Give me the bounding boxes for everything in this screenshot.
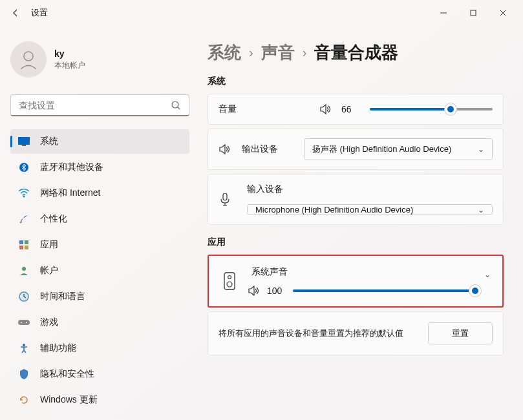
input-device-card: 输入设备 Microphone (High Definition Audio D… <box>208 174 504 225</box>
speaker-icon[interactable] <box>248 286 261 296</box>
svg-rect-5 <box>18 137 30 145</box>
svg-point-19 <box>23 344 25 346</box>
search-field[interactable] <box>19 100 171 110</box>
nav-label: 时间和语言 <box>40 291 85 302</box>
nav-network[interactable]: 网络和 Internet <box>10 181 189 205</box>
bluetooth-icon <box>18 162 30 173</box>
nav-label: 系统 <box>40 136 58 147</box>
nav-apps[interactable]: 应用 <box>10 233 189 257</box>
svg-point-8 <box>23 196 25 198</box>
input-device-dropdown[interactable]: Microphone (High Definition Audio Device… <box>247 204 493 215</box>
maximize-icon <box>469 9 477 17</box>
sidebar: ky 本地帐户 系统 蓝牙和其他设备 网络和 In <box>0 26 197 420</box>
main-content: 系统 › 声音 › 音量合成器 系统 音量 66 <box>197 26 523 420</box>
chevron-right-icon: › <box>303 45 307 60</box>
svg-rect-6 <box>22 145 26 146</box>
chevron-down-icon[interactable]: ⌄ <box>484 270 491 279</box>
person-icon <box>17 48 40 71</box>
shield-icon <box>18 368 30 380</box>
svg-point-3 <box>172 101 178 108</box>
svg-point-22 <box>228 276 231 279</box>
close-button[interactable] <box>488 3 518 23</box>
nav-label: 帐户 <box>40 265 58 277</box>
update-icon <box>18 394 30 406</box>
svg-rect-10 <box>25 240 28 244</box>
close-icon <box>499 9 507 17</box>
wifi-icon <box>18 187 30 199</box>
reset-card: 将所有应用的声音设备和音量重置为推荐的默认值 重置 <box>208 311 504 355</box>
nav-label: 蓝牙和其他设备 <box>40 162 103 173</box>
account-icon <box>18 265 30 277</box>
nav-accounts[interactable]: 帐户 <box>10 258 189 283</box>
maximize-button[interactable] <box>458 3 488 23</box>
input-device-label: 输入设备 <box>247 184 493 195</box>
output-device-card: 输出设备 扬声器 (High Definition Audio Device) … <box>208 129 504 170</box>
input-device-selected: Microphone (High Definition Audio Device… <box>255 205 473 215</box>
output-device-selected: 扬声器 (High Definition Audio Device) <box>312 143 473 155</box>
system-sounds-icon <box>220 268 239 294</box>
svg-line-4 <box>178 107 180 109</box>
game-icon <box>18 317 30 328</box>
apps-icon <box>18 239 30 251</box>
nav-bluetooth[interactable]: 蓝牙和其他设备 <box>10 155 189 180</box>
breadcrumb: 系统 › 声音 › 音量合成器 <box>208 41 504 64</box>
display-icon <box>18 136 30 147</box>
svg-rect-16 <box>18 320 30 325</box>
breadcrumb-system[interactable]: 系统 <box>208 41 241 64</box>
back-button[interactable] <box>5 3 26 23</box>
arrow-left-icon <box>10 8 21 18</box>
svg-point-2 <box>24 52 33 61</box>
master-volume-card: 音量 66 <box>208 94 504 125</box>
search-input[interactable] <box>10 94 189 116</box>
accessibility-icon <box>18 342 30 354</box>
svg-point-23 <box>227 282 232 287</box>
volume-value: 66 <box>341 104 361 114</box>
system-sounds-slider[interactable] <box>293 289 475 292</box>
output-device-label: 输出设备 <box>242 143 294 155</box>
reset-button-label: 重置 <box>452 328 469 339</box>
chevron-right-icon: › <box>249 45 253 60</box>
reset-button[interactable]: 重置 <box>428 322 493 344</box>
clock-icon <box>18 291 30 302</box>
nav-privacy[interactable]: 隐私和安全性 <box>10 362 189 386</box>
speaker-icon[interactable] <box>319 104 332 114</box>
svg-point-18 <box>26 322 27 323</box>
system-sounds-label: 系统声音 <box>251 266 475 278</box>
volume-label: 音量 <box>219 103 270 115</box>
breadcrumb-current: 音量合成器 <box>314 41 398 64</box>
volume-slider[interactable] <box>370 108 493 110</box>
nav-system[interactable]: 系统 <box>10 129 189 154</box>
breadcrumb-sound[interactable]: 声音 <box>261 41 295 64</box>
system-sounds-card: 系统声音 100 ⌄ <box>208 255 504 308</box>
nav-windows-update[interactable]: Windows 更新 <box>10 388 189 412</box>
svg-rect-1 <box>471 10 476 16</box>
nav-label: 游戏 <box>40 317 58 328</box>
nav-label: 应用 <box>40 239 58 251</box>
reset-description: 将所有应用的声音设备和音量重置为推荐的默认值 <box>219 327 419 340</box>
output-device-dropdown[interactable]: 扬声器 (High Definition Audio Device) ⌄ <box>304 138 493 160</box>
system-section-label: 系统 <box>208 76 504 87</box>
nav-time-language[interactable]: 时间和语言 <box>10 284 189 309</box>
apps-section-label: 应用 <box>208 236 504 248</box>
svg-point-13 <box>22 267 26 271</box>
svg-rect-11 <box>19 246 23 249</box>
window-title: 设置 <box>31 7 48 19</box>
nav-label: 辅助功能 <box>40 342 76 354</box>
nav-accessibility[interactable]: 辅助功能 <box>10 336 189 361</box>
titlebar: 设置 <box>0 0 523 26</box>
svg-rect-12 <box>25 246 28 249</box>
nav-gaming[interactable]: 游戏 <box>10 310 189 335</box>
user-subtitle: 本地帐户 <box>54 60 85 71</box>
nav-personalization[interactable]: 个性化 <box>10 207 189 231</box>
brush-icon <box>18 213 30 225</box>
minimize-button[interactable] <box>429 3 458 23</box>
microphone-icon <box>219 193 231 206</box>
nav-label: 网络和 Internet <box>40 187 100 199</box>
search-icon <box>171 100 181 110</box>
user-profile[interactable]: ky 本地帐户 <box>10 36 189 88</box>
minimize-icon <box>440 9 447 17</box>
chevron-down-icon: ⌄ <box>478 205 484 215</box>
nav-label: Windows 更新 <box>40 394 98 406</box>
svg-rect-9 <box>19 240 23 244</box>
chevron-down-icon: ⌄ <box>478 145 484 154</box>
